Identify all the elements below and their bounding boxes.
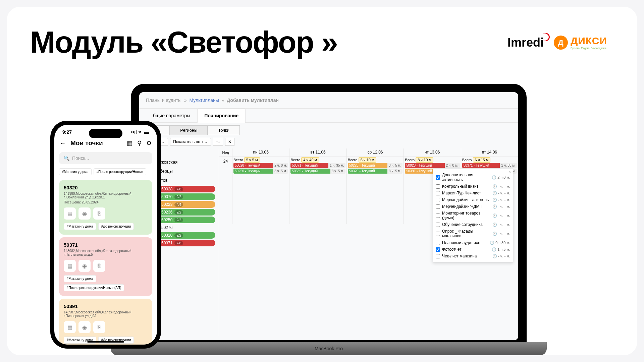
popup-item[interactable]: Чек-лист магазина🕐- ч. - м. [436, 253, 510, 259]
card-tag[interactable]: #Магазин у дома [64, 275, 96, 282]
laptop-base: MacBook Pro [111, 342, 547, 355]
tree-point[interactable]: 📍 50320 2/2 [153, 232, 215, 239]
popup-checkbox[interactable] [436, 204, 440, 209]
phone-tag[interactable]: #После реконструкции/Новые [94, 168, 146, 175]
tab-general[interactable]: бщие параметры [146, 109, 197, 122]
card-tag[interactable]: #После реконструкции/Новые (АП) [64, 284, 124, 291]
phone-tag[interactable]: #Магазин у дома [59, 168, 92, 175]
popup-checkbox[interactable] [436, 241, 440, 245]
phone-title: Мои точки [70, 139, 122, 147]
cal-event[interactable]: 50320 - Текущий3 ч. 5 м. [348, 169, 402, 174]
popup-checkbox[interactable] [436, 175, 440, 180]
clock-icon: 🕐 [492, 198, 497, 202]
clock-icon: 🕐 [492, 191, 497, 195]
phone-card[interactable]: 50320141980,Московская обл,Железнодорожн… [59, 180, 152, 235]
subtab-points[interactable]: Точки [208, 125, 240, 135]
cal-total: Всего 8 ч 10 м [405, 158, 460, 162]
tree-point[interactable]: 📍 50250 2/2 [153, 217, 215, 223]
tree-point[interactable]: 📍 50276 [153, 224, 215, 231]
phone-notch [89, 129, 122, 138]
popup-item[interactable]: Дополнительная активность🕐2 ч.0 м. [436, 172, 510, 183]
filter-icon[interactable]: ⚙ [146, 139, 152, 147]
popup-checkbox[interactable] [436, 214, 440, 218]
back-icon[interactable]: ← [60, 140, 66, 147]
popup-item[interactable]: Опрос _ Фасады магазинов🕐- ч. - м. [436, 228, 510, 239]
card-address: 143987,Московская обл,Железнодорожный г,… [64, 310, 148, 318]
dixy-tagline: Просто. Рядом. По-соседски. [571, 47, 607, 50]
cal-event[interactable]: 50250 - Текущий3 ч. 5 м. [233, 169, 288, 174]
popup-item[interactable]: Мерчендайзинг+ДМП🕐- ч. - м. [436, 203, 510, 210]
search-icon: 🔍 [64, 156, 69, 161]
filter-2[interactable]: Показатель по т ⌄ [170, 138, 211, 146]
cal-day-column[interactable]: Всего 4 ч 40 м50371 - Текущий1 ч. 35 м.5… [289, 157, 346, 224]
cal-day-column[interactable]: Всего 5 ч 5 м50028 - Текущий2 ч. 0 м.502… [232, 157, 289, 224]
cal-event[interactable]: 50539 - Текущий3 ч. 5 м. [290, 169, 345, 174]
subtab-regions[interactable]: Регионы [170, 125, 208, 135]
popup-checkbox[interactable] [436, 184, 440, 189]
cal-week-num: 24 [219, 157, 232, 224]
popup-item[interactable]: Мониторинг товаров (демо)🕐- ч. - м. [436, 210, 510, 221]
popup-item[interactable]: Обучение сотрудника🕐- ч. - м. [436, 221, 510, 228]
fingerprint-icon[interactable]: ◉ [78, 207, 91, 220]
tree-point[interactable]: 📍 50236 2/2 [153, 209, 215, 216]
popup-item[interactable]: Контрольный визит🕐- ч. - м. [436, 183, 510, 190]
popup-checkbox[interactable] [436, 198, 440, 202]
breadcrumb-2[interactable]: Мультипланы [189, 98, 219, 103]
home-indicator[interactable] [87, 341, 124, 343]
popup-checkbox[interactable] [436, 223, 440, 227]
fingerprint-icon[interactable]: ◉ [78, 260, 91, 272]
cal-event[interactable]: 50371 - Текущий1 ч. 35 м. [462, 163, 517, 168]
popup-checkbox[interactable] [436, 254, 440, 258]
popup-item[interactable]: Плановый аудит зон🕐0 ч.30 м. [436, 239, 510, 246]
card-tag[interactable]: #До реконструкции [98, 223, 134, 230]
document-icon[interactable]: ▤ [64, 321, 76, 333]
clock-icon: 🕐 [492, 204, 497, 209]
activity-popup: × Дополнительная активность🕐2 ч.0 м.Конт… [433, 169, 513, 262]
cal-event[interactable]: 50371 - Текущий1 ч. 35 м. [290, 163, 345, 168]
cal-event[interactable]: 50223 - Текущий3 ч. 5 м. [348, 163, 402, 168]
breadcrumb-3: Добавить мультиплан [227, 98, 279, 103]
map-icon[interactable]: ⚲ [137, 139, 142, 147]
laptop-screen: Планы и аудиты » Мультипланы » Добавить … [139, 92, 518, 340]
cal-day-header: вт 11.06 [289, 148, 346, 157]
card-visit: Посещена: 23.05.2024 [64, 200, 148, 204]
tree-point[interactable]: 📍 50371 7/8 [153, 240, 215, 246]
popup-item[interactable]: Фотоотчет🕐1 ч.5 м. [436, 246, 510, 253]
phone-card[interactable]: 50371143982,Московская обл,Железнодорожн… [59, 237, 152, 296]
clipboard-icon[interactable]: ⎘ [93, 321, 105, 333]
phone-search[interactable]: 🔍 Поиск... [59, 152, 152, 164]
breadcrumb-1[interactable]: Планы и аудиты [146, 98, 181, 103]
cal-total: Всего 4 ч 40 м [290, 158, 345, 162]
clear-button[interactable]: ✕ [225, 138, 234, 146]
tab-planning[interactable]: Планирование [197, 109, 246, 123]
tree-point[interactable]: 📍 50070 2/2 [153, 193, 215, 200]
tree-point[interactable]: 📍 50028 7/8 [153, 186, 215, 192]
cal-day-header: пн 10.06 [232, 148, 289, 157]
popup-item[interactable]: Мерчандайзинг алкоголь🕐- ч. - м. [436, 196, 510, 203]
clock-icon: 🕐 [492, 247, 496, 252]
tree-point[interactable]: 📍 50223 4/4 [153, 201, 215, 208]
cal-day-column[interactable]: Всего 6 ч 10 м50223 - Текущий3 ч. 5 м.50… [347, 157, 404, 224]
card-tag[interactable]: #Магазин у дома [64, 223, 96, 230]
cal-event[interactable]: 50028 - Текущий2 ч. 0 м. [405, 163, 460, 168]
clipboard-icon[interactable]: ⎘ [93, 207, 105, 220]
card-id: 50391 [64, 303, 148, 309]
close-icon[interactable]: × [508, 170, 511, 174]
dixy-logo: Д ДИКСИ Просто. Рядом. По-соседски. [554, 35, 607, 50]
tabs: бщие параметры Планирование [139, 109, 518, 123]
battery-icon: ▬ [144, 129, 149, 135]
calendar-icon[interactable]: ▦ [127, 139, 132, 147]
clock-icon: 🕐 [492, 214, 497, 218]
clipboard-icon[interactable]: ⎘ [93, 260, 105, 272]
document-icon[interactable]: ▤ [64, 260, 76, 272]
document-icon[interactable]: ▤ [64, 207, 76, 220]
popup-checkbox[interactable] [436, 232, 440, 236]
sort-button[interactable]: ↑↓ [213, 138, 223, 146]
popup-item[interactable]: Маркет-Тур Чек-лист🕐- ч. - м. [436, 190, 510, 196]
cal-event[interactable]: 50028 - Текущий2 ч. 0 м. [233, 163, 288, 168]
clock-icon: 🕐 [492, 184, 497, 189]
popup-checkbox[interactable] [436, 191, 440, 195]
popup-checkbox[interactable] [436, 247, 440, 252]
phone-card[interactable]: 50391143987,Московская обл,Железнодорожн… [59, 299, 152, 345]
fingerprint-icon[interactable]: ◉ [78, 321, 91, 333]
